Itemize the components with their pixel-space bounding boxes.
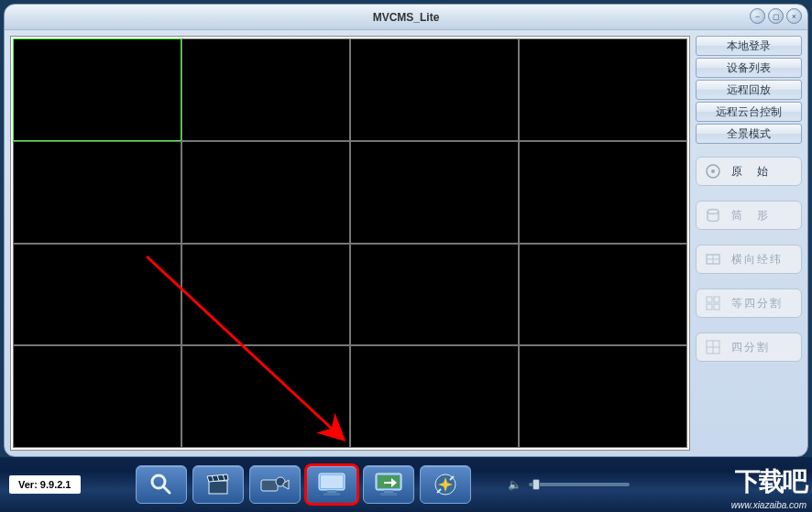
video-cell[interactable] <box>519 38 687 141</box>
svg-rect-27 <box>384 490 393 493</box>
video-cell[interactable] <box>181 345 350 448</box>
watermark-brand: 下载吧 <box>735 464 807 499</box>
svg-point-1 <box>711 169 715 173</box>
video-cell[interactable] <box>519 345 687 448</box>
svg-rect-23 <box>327 490 336 493</box>
video-cell[interactable] <box>350 345 519 448</box>
mode-button-1[interactable]: 筒 形 <box>696 201 802 230</box>
video-cell[interactable] <box>13 345 181 448</box>
mode-label: 原 始 <box>731 164 770 180</box>
video-area <box>10 36 690 451</box>
window-controls: − ◻ × <box>750 8 802 24</box>
bottom-toolbar: Ver: 9.9.2.1 🔈 <box>0 457 812 512</box>
watermark-url: www.xiazaiba.com <box>731 500 807 510</box>
speaker-icon: 🔈 <box>508 478 521 491</box>
video-cell[interactable] <box>13 244 181 346</box>
svg-rect-19 <box>261 480 278 491</box>
video-cell[interactable] <box>13 38 181 141</box>
tool-icons <box>136 465 471 504</box>
svg-rect-22 <box>321 475 343 488</box>
camcorder-icon[interactable] <box>249 465 301 504</box>
svg-line-14 <box>163 486 170 493</box>
globe-icon <box>704 250 722 268</box>
sidebar-button-3[interactable]: 远程云台控制 <box>696 102 802 122</box>
monitor-icon[interactable] <box>306 465 357 504</box>
video-cell[interactable] <box>181 38 350 141</box>
video-cell[interactable] <box>181 141 350 244</box>
mode-button-0[interactable]: 原 始 <box>696 157 802 186</box>
settings-tool-icon[interactable] <box>420 465 471 504</box>
sidebar-button-4[interactable]: 全景模式 <box>696 124 802 144</box>
mode-label: 四分割 <box>731 340 770 355</box>
split4-icon <box>704 338 722 356</box>
mode-button-4[interactable]: 四分割 <box>696 332 802 362</box>
version-label: Ver: 9.9.2.1 <box>9 475 81 494</box>
sidebar-button-1[interactable]: 设备列表 <box>696 58 802 78</box>
disc-icon <box>704 162 722 180</box>
app-window: MVCMS_Lite − ◻ × 本地登录设备列表远程回放远程云台控制全景模式 … <box>4 4 808 457</box>
close-button[interactable]: × <box>786 8 802 24</box>
titlebar: MVCMS_Lite − ◻ × <box>5 5 807 30</box>
maximize-button[interactable]: ◻ <box>768 8 784 24</box>
sidebar: 本地登录设备列表远程回放远程云台控制全景模式 原 始筒 形横向经纬等四分割四分割 <box>696 30 807 456</box>
video-cell[interactable] <box>350 141 519 244</box>
video-grid <box>13 38 687 448</box>
video-cell[interactable] <box>350 244 519 346</box>
video-cell[interactable] <box>350 38 519 141</box>
svg-rect-28 <box>380 493 397 496</box>
video-cell[interactable] <box>519 141 687 244</box>
svg-rect-15 <box>209 481 227 494</box>
cylinder-icon <box>704 206 722 224</box>
window-title: MVCMS_Lite <box>373 11 440 24</box>
svg-rect-7 <box>714 297 719 302</box>
clapper-icon[interactable] <box>192 465 244 504</box>
sidebar-button-2[interactable]: 远程回放 <box>696 80 802 100</box>
video-cell[interactable] <box>519 244 687 346</box>
mode-label: 等四分割 <box>731 296 783 311</box>
mode-button-3[interactable]: 等四分割 <box>696 289 802 318</box>
svg-point-2 <box>708 210 719 214</box>
grid4-icon <box>704 294 722 312</box>
volume-slider[interactable] <box>529 483 630 486</box>
minimize-button[interactable]: − <box>750 8 765 24</box>
video-cell[interactable] <box>181 244 350 346</box>
mode-label: 横向经纬 <box>731 252 783 267</box>
svg-rect-8 <box>707 304 712 310</box>
sidebar-button-0[interactable]: 本地登录 <box>696 36 802 56</box>
volume-thumb[interactable] <box>532 479 540 490</box>
svg-rect-24 <box>324 493 340 496</box>
content-area: 本地登录设备列表远程回放远程云台控制全景模式 原 始筒 形横向经纬等四分割四分割 <box>5 30 807 456</box>
mode-button-2[interactable]: 横向经纬 <box>696 245 802 274</box>
monitor-arrow-icon[interactable] <box>363 465 414 504</box>
svg-rect-9 <box>714 304 719 310</box>
volume-control: 🔈 <box>508 478 630 491</box>
video-cell[interactable] <box>13 141 181 244</box>
search-icon[interactable] <box>136 465 187 504</box>
svg-rect-6 <box>707 297 712 302</box>
mode-label: 筒 形 <box>731 208 770 223</box>
